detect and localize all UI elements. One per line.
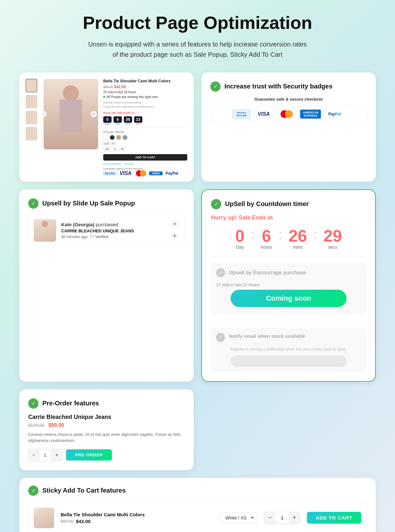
- preorder-price-old: $129.00: [28, 423, 45, 428]
- encourage-check-icon: ✓: [216, 268, 225, 277]
- sticky-cart-content: Bella Tie Shoulder Cami Multi Colors $65…: [28, 502, 367, 532]
- sale-popup-header: ✓ Upsell by Slide Up Sale Popup: [28, 198, 185, 209]
- countdown-h: 0: [103, 116, 112, 123]
- popup-meta: 40 minutes ago 🛡 Verified: [61, 235, 165, 239]
- notify-header: ✓ Notify email when stock available: [216, 333, 361, 342]
- preorder-desc: Cenean viverra rhoncus pede. Ut id nisl …: [28, 431, 185, 444]
- coming-soon-button[interactable]: Coming soon: [231, 290, 347, 307]
- countdown-header: ✓ UpSell by Countdown timer: [211, 199, 366, 209]
- product-price-old: $89.00: [103, 85, 113, 89]
- badge-paypal: PayPal: [325, 110, 344, 119]
- countdown-secs: 29 secs: [324, 228, 342, 250]
- countdown-day: 0 Day: [235, 228, 244, 250]
- qty-control: − 1 +: [28, 449, 62, 461]
- popup-close-button[interactable]: ✕: [171, 220, 179, 228]
- badge-mcafee: McAfeeSECURE: [233, 110, 250, 119]
- size-options: XS S M: [103, 146, 187, 152]
- hurry-sale: Hurry up! Sale Ends in: [103, 111, 187, 114]
- compare-link[interactable]: Compare: [124, 162, 134, 165]
- swatch-white[interactable]: [103, 135, 108, 140]
- payment-logos: McAfeeSECURE VISA AMERICANEXPRESS PayPal: [210, 105, 367, 123]
- thumb-4[interactable]: [26, 127, 37, 140]
- notify-section: ✓ Notify email when stock available Regi…: [211, 328, 366, 372]
- badge-visa: VISA: [254, 110, 273, 119]
- sticky-cart-header: ✓ Sticky Add To Cart features: [28, 486, 367, 496]
- sticky-qty-decrease-button[interactable]: −: [264, 512, 276, 524]
- action-row: Review Wishlist Compare: [103, 162, 187, 165]
- swatch-tan[interactable]: [116, 135, 121, 140]
- preorder-card-title: Pre-Order features: [42, 400, 99, 407]
- popup-text: Kate (Georgia) purchased CARRIE BLEACHED…: [61, 222, 165, 239]
- pay-paypal: PayPal: [164, 171, 180, 175]
- popup-demo: Kate (Georgia) purchased CARRIE BLEACHED…: [28, 214, 185, 247]
- countdown-ex: 23: [134, 116, 142, 123]
- security-content: Guarantee safe & secure checkout McAfeeS…: [210, 97, 367, 123]
- size-m[interactable]: M: [119, 146, 126, 152]
- shield-icon: 🛡: [90, 235, 94, 239]
- sticky-product-info: Bella Tie Shoulder Cami Multi Colors $65…: [61, 512, 214, 524]
- color-label: COLOR: WHITE: [103, 130, 187, 134]
- security-card-title: Increase trust with Security badges: [224, 83, 332, 90]
- pay-mastercard: [134, 171, 148, 175]
- preorder-header: ✓ Pre-Order features: [28, 398, 185, 409]
- sticky-qty-number: 1: [276, 515, 289, 520]
- sticky-qty-increase-button[interactable]: +: [289, 512, 300, 524]
- countdown-card: ✓ UpSell by Countdown timer Hurry up! Sa…: [201, 189, 376, 382]
- encourage-title: Upsell by Encourrage purchase: [229, 270, 306, 276]
- preorder-button[interactable]: PRE-ORDER: [66, 449, 112, 461]
- sticky-cart-title: Sticky Add To Cart features: [42, 487, 126, 494]
- size-s[interactable]: S: [112, 146, 118, 152]
- pay-visa: VISA: [118, 171, 133, 175]
- notify-desc: Register to receive a notification when …: [216, 347, 361, 352]
- product-thumbnails: [26, 79, 38, 175]
- sticky-variant-select[interactable]: White / XS: [220, 512, 257, 523]
- popup-product-image: [34, 219, 56, 242]
- wishlist-link[interactable]: Review Wishlist: [103, 162, 121, 165]
- page-title: Product Page Optimization: [19, 13, 376, 33]
- add-to-cart-button[interactable]: ADD TO CART: [307, 512, 361, 524]
- swatch-blue[interactable]: [122, 135, 128, 140]
- add-cart-mini-button[interactable]: ADD TO CART: [103, 154, 187, 161]
- sale-popup-card: ✓ Upsell by Slide Up Sale Popup Kate (Ge…: [19, 189, 194, 382]
- qty-increase-button[interactable]: +: [52, 449, 62, 461]
- sticky-product-image: [34, 508, 54, 528]
- thumb-2[interactable]: [26, 95, 37, 108]
- countdown-mini: 0 hours 6 mins 38 secs 23 secs: [103, 116, 187, 125]
- product-info: Bella Tie Shoulder Cami Multi Colors $89…: [103, 79, 187, 175]
- thumb-1[interactable]: [26, 79, 37, 92]
- next-arrow[interactable]: ›: [90, 111, 97, 117]
- encourage-header: ✓ Upsell by Encourrage purchase: [216, 268, 361, 277]
- secure-text: Guarantee safe & secure checkout: [210, 97, 367, 102]
- popup-eye-button[interactable]: 👁: [170, 232, 179, 241]
- notify-check-icon: ✓: [216, 333, 225, 342]
- sticky-cart-card: ✓ Sticky Add To Cart features Bella Tie …: [19, 478, 376, 532]
- preorder-action: − 1 + PRE-ORDER: [28, 449, 185, 461]
- size-xs[interactable]: XS: [103, 146, 111, 152]
- encourage-section: ✓ Upsell by Encourrage purchase 17 sold …: [211, 263, 366, 315]
- thumb-3[interactable]: [26, 111, 37, 124]
- swatch-black[interactable]: [110, 135, 115, 140]
- qty-decrease-button[interactable]: −: [29, 449, 39, 461]
- page-subtitle: Unsen is equipped with a series of featu…: [85, 39, 310, 60]
- countdown-m: 6: [113, 116, 122, 123]
- page-header: Product Page Optimization Unsen is equip…: [19, 13, 376, 60]
- popup-product-name: CARRIE BLEACHED UNIQUE JEANS: [61, 229, 165, 233]
- popup-actions: ✕ 👁: [170, 220, 179, 241]
- verified-badge: 🛡 Verified: [90, 235, 108, 239]
- badge-mastercard: [277, 110, 296, 119]
- pay-amex: AMEX: [149, 171, 163, 175]
- viewers-dot: [103, 96, 105, 98]
- qty-number: 1: [39, 449, 52, 461]
- pay-mcafee: McAfee: [103, 171, 117, 175]
- popup-check-icon: ✓: [28, 198, 38, 209]
- security-check-icon: ✓: [210, 81, 221, 92]
- viewers-badge: 98 People are viewing this right now: [103, 95, 187, 99]
- sticky-qty-control: − 1 +: [264, 512, 300, 524]
- countdown-check-icon: ✓: [211, 199, 221, 209]
- countdown-s: 38: [124, 116, 132, 123]
- sticky-price-old: $65.00: [61, 519, 73, 524]
- payment-logos-mini: McAfee VISA AMEX PayPal: [103, 171, 187, 175]
- security-card: ✓ Increase trust with Security badges Gu…: [201, 72, 376, 182]
- hurry-text: Hurry up! Sale Ends in: [211, 214, 366, 221]
- guarantee-mini: Guarantee safe & secure checkout: [103, 167, 187, 170]
